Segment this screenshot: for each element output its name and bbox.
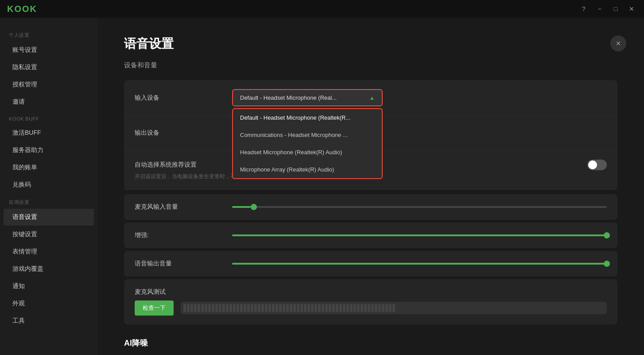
sidebar-item-emoji[interactable]: 表情管理	[4, 243, 94, 260]
level-bar	[339, 304, 342, 312]
dropdown-option-headset[interactable]: Headset Microphone (Realtek(R) Audio)	[233, 144, 382, 161]
level-bar	[336, 304, 338, 312]
level-bar	[286, 304, 289, 312]
mic-volume-track[interactable]	[232, 206, 607, 208]
level-bar	[194, 304, 197, 312]
sidebar-item-overlay[interactable]: 游戏内覆盖	[4, 261, 94, 277]
app-logo: KOOK	[7, 4, 37, 14]
content-area: × 语音设置 设备和音量 输入设备 Default - Headset Micr…	[97, 18, 644, 355]
titlebar: KOOK ? − □ ✕	[0, 0, 644, 18]
sidebar-section-buff: KOOK BUFF	[0, 111, 97, 124]
level-bar	[187, 304, 190, 312]
voice-output-thumb[interactable]	[604, 261, 610, 267]
level-bar	[314, 304, 317, 312]
minimize-button[interactable]: −	[594, 4, 605, 14]
mic-test-label: 麦克风测试	[135, 288, 232, 296]
level-bar	[240, 304, 243, 312]
level-bar	[283, 304, 285, 312]
input-device-control: Default - Headset Microphone (Real... ▲ …	[232, 89, 607, 106]
sidebar-item-privacy[interactable]: 隐私设置	[4, 59, 94, 76]
level-bar	[322, 304, 324, 312]
level-bar	[297, 304, 299, 312]
close-window-button[interactable]: ✕	[626, 4, 637, 14]
level-bar	[219, 304, 221, 312]
sidebar-item-tools[interactable]: 工具	[4, 312, 94, 329]
sidebar-item-appearance[interactable]: 外观	[4, 295, 94, 312]
level-bar	[385, 304, 388, 312]
level-bar	[293, 304, 296, 312]
section-title: 设备和音量	[124, 61, 617, 70]
level-bar	[392, 304, 395, 312]
sidebar-item-redeem[interactable]: 兑换码	[4, 176, 94, 193]
level-bar	[215, 304, 218, 312]
sidebar-item-my-bill[interactable]: 我的账单	[4, 159, 94, 176]
boost-track[interactable]	[232, 234, 607, 236]
level-bar	[378, 304, 381, 312]
sidebar-item-invite[interactable]: 邀请	[4, 94, 94, 110]
boost-control	[232, 234, 607, 236]
level-bar	[261, 304, 264, 312]
level-bar	[279, 304, 282, 312]
level-bar	[272, 304, 275, 312]
input-device-row: 输入设备 Default - Headset Microphone (Real.…	[124, 80, 617, 116]
toggle-knob	[588, 160, 597, 169]
auto-select-toggle[interactable]	[587, 160, 607, 170]
output-device-label: 输出设备	[135, 129, 232, 137]
level-bar	[318, 304, 321, 312]
dropdown-option-comm[interactable]: Communications - Headset Microphone ...	[233, 126, 382, 144]
level-bar	[254, 304, 257, 312]
level-bar	[208, 304, 211, 312]
level-bar	[190, 304, 193, 312]
level-bar	[353, 304, 356, 312]
sidebar: 个人设置 账号设置 隐私设置 授权管理 邀请 KOOK BUFF 激活BUFF …	[0, 18, 97, 355]
level-bar	[350, 304, 353, 312]
level-bar	[275, 304, 278, 312]
level-bar	[382, 304, 384, 312]
close-settings-button[interactable]: ×	[610, 35, 626, 51]
level-bar	[237, 304, 239, 312]
voice-output-track[interactable]	[232, 263, 607, 265]
mic-volume-control	[232, 206, 607, 208]
mic-volume-label: 麦克风输入音量	[135, 203, 232, 211]
dropdown-option-array[interactable]: Microphone Array (Realtek(R) Audio)	[233, 161, 382, 178]
level-bar	[357, 304, 360, 312]
check-button[interactable]: 检查一下	[135, 300, 174, 316]
level-bar	[205, 304, 207, 312]
mic-volume-thumb[interactable]	[251, 204, 257, 210]
help-button[interactable]: ?	[578, 4, 589, 14]
voice-output-row: 语音输出音量	[124, 251, 617, 277]
level-bar	[233, 304, 236, 312]
sidebar-item-account[interactable]: 账号设置	[4, 42, 94, 59]
sidebar-item-keybind[interactable]: 按键设置	[4, 226, 94, 243]
level-bar	[212, 304, 214, 312]
sidebar-item-notify[interactable]: 通知	[4, 278, 94, 295]
level-bar	[311, 304, 314, 312]
sidebar-item-server-assist[interactable]: 服务器助力	[4, 142, 94, 159]
input-device-selected: Default - Headset Microphone (Real...	[240, 94, 337, 101]
sidebar-item-auth[interactable]: 授权管理	[4, 76, 94, 93]
level-bar	[201, 304, 204, 312]
level-bar	[268, 304, 271, 312]
sidebar-item-voice[interactable]: 语音设置	[4, 209, 94, 226]
level-bar	[226, 304, 229, 312]
level-meter	[181, 302, 607, 314]
level-bar	[307, 304, 310, 312]
level-bar	[198, 304, 200, 312]
boost-thumb[interactable]	[604, 232, 610, 238]
mic-volume-row: 麦克风输入音量	[124, 194, 617, 220]
maximize-button[interactable]: □	[610, 4, 621, 14]
dropdown-option-default[interactable]: Default - Headset Microphone (Realtek(R.…	[233, 109, 382, 126]
level-bar	[361, 304, 363, 312]
boost-label: 增强:	[135, 231, 232, 239]
level-bar	[364, 304, 367, 312]
level-bar	[346, 304, 349, 312]
sidebar-section-app: 应用设置	[0, 194, 97, 208]
level-bar	[247, 304, 250, 312]
sidebar-item-activate-buff[interactable]: 激活BUFF	[4, 125, 94, 141]
input-device-label: 输入设备	[135, 94, 232, 102]
level-bar	[258, 304, 260, 312]
input-device-dropdown[interactable]: Default - Headset Microphone (Real... ▲	[232, 89, 383, 106]
level-bar	[368, 304, 370, 312]
level-bar	[300, 304, 303, 312]
level-bar	[371, 304, 374, 312]
